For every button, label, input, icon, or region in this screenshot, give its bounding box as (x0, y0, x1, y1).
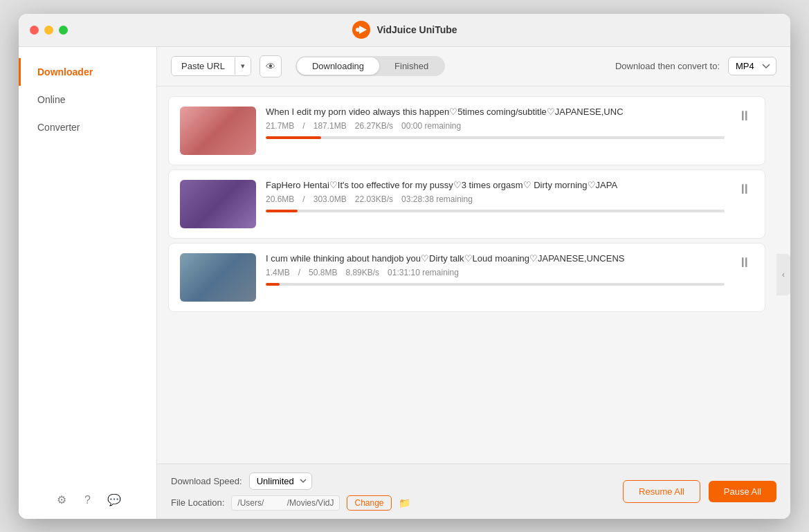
folder-icon[interactable]: 📁 (399, 497, 410, 508)
help-icon[interactable]: ? (80, 493, 96, 508)
chat-icon[interactable]: 💬 (107, 493, 122, 508)
item-stats: 20.6MB / 303.0MB 22.03KB/s 03:28:38 rema… (266, 194, 725, 204)
sidebar-item-downloader[interactable]: Downloader (19, 58, 156, 86)
pause-button[interactable]: ⏸ (734, 253, 754, 273)
thumbnail (180, 180, 256, 228)
content-area: Paste URL ▾ 👁 Downloading Finished Downl… (157, 47, 790, 519)
minimize-button[interactable] (44, 26, 53, 35)
sidebar-footer: ⚙ ? 💬 (19, 481, 156, 519)
resume-all-button[interactable]: Resume All (623, 480, 700, 503)
item-title: I cum while thinking about handjob you♡D… (266, 253, 709, 264)
item-info: I cum while thinking about handjob you♡D… (266, 253, 725, 286)
app-logo-icon (352, 20, 371, 39)
download-item: I cum while thinking about handjob you♡D… (168, 243, 765, 312)
maximize-button[interactable] (59, 26, 68, 35)
tab-downloading[interactable]: Downloading (297, 57, 379, 75)
convert-label: Download then convert to: (615, 61, 720, 71)
item-title: FapHero Hentai♡It's too effective for my… (266, 180, 709, 190)
file-path: /Users/ /Movies/VidJ (231, 495, 340, 511)
item-stats: 21.7MB / 187.1MB 26.27KB/s 00:00 remaini… (266, 121, 725, 131)
eye-button[interactable]: 👁 (260, 55, 282, 77)
location-row: File Location: /Users/ /Movies/VidJ Chan… (171, 495, 623, 511)
item-info: When I edit my porn video always this ha… (266, 107, 725, 139)
app-title: VidJuice UniTube (376, 24, 457, 35)
svg-point-2 (356, 28, 360, 32)
progress-bar-fill (266, 283, 280, 286)
item-stats: 1.4MB / 50.8MB 8.89KB/s 01:31:10 remaini… (266, 268, 725, 277)
sidebar-item-converter[interactable]: Converter (19, 113, 156, 141)
paste-url-button[interactable]: Paste URL ▾ (171, 56, 251, 76)
sidebar: Downloader Online Converter ⚙ ? 💬 (19, 47, 157, 519)
progress-bar-fill (266, 210, 298, 212)
bottom-right: Resume All Pause All (623, 480, 776, 503)
file-location-label: File Location: (171, 497, 224, 508)
download-item: When I edit my porn video always this ha… (168, 96, 765, 165)
speed-row: Download Speed: Unlimited 1MB/s 500KB/s … (171, 473, 623, 490)
sidebar-item-online[interactable]: Online (19, 86, 156, 113)
main-layout: Downloader Online Converter ⚙ ? 💬 Paste … (19, 47, 790, 519)
progress-bar-fill (266, 136, 321, 139)
progress-bar-bg (266, 283, 725, 286)
settings-icon[interactable]: ⚙ (54, 493, 69, 508)
pause-button[interactable]: ⏸ (734, 107, 754, 126)
progress-bar-bg (266, 136, 725, 139)
pause-all-button[interactable]: Pause All (709, 481, 776, 502)
change-button[interactable]: Change (347, 495, 391, 511)
titlebar: VidJuice UniTube (19, 14, 790, 47)
collapse-sidebar-button[interactable]: ‹ (776, 254, 790, 295)
speed-select[interactable]: Unlimited 1MB/s 500KB/s 100KB/s (249, 473, 312, 490)
paste-url-main[interactable]: Paste URL (172, 57, 235, 75)
item-info: FapHero Hentai♡It's too effective for my… (266, 180, 725, 212)
thumbnail (180, 253, 256, 302)
progress-bar-bg (266, 210, 725, 212)
bottom-left: Download Speed: Unlimited 1MB/s 500KB/s … (171, 473, 623, 511)
downloads-list: When I edit my porn video always this ha… (157, 86, 776, 464)
toolbar: Paste URL ▾ 👁 Downloading Finished Downl… (157, 47, 790, 86)
download-item: FapHero Hentai♡It's too effective for my… (168, 169, 765, 239)
paste-url-dropdown[interactable]: ▾ (235, 57, 251, 75)
tab-finished[interactable]: Finished (379, 57, 444, 75)
item-title: When I edit my porn video always this ha… (266, 107, 709, 117)
app-title-area: VidJuice UniTube (352, 20, 457, 39)
tab-switcher: Downloading Finished (296, 56, 445, 76)
bottom-bar: Download Speed: Unlimited 1MB/s 500KB/s … (157, 464, 790, 519)
close-button[interactable] (30, 26, 39, 35)
app-window: VidJuice UniTube Downloader Online Conve… (19, 14, 790, 519)
speed-label: Download Speed: (171, 476, 242, 486)
window-controls (30, 26, 68, 35)
convert-format-select[interactable]: MP4 MP3 AVI MOV (728, 57, 776, 75)
content-body: When I edit my porn video always this ha… (157, 86, 790, 464)
thumbnail (180, 107, 256, 155)
pause-button[interactable]: ⏸ (734, 180, 754, 199)
